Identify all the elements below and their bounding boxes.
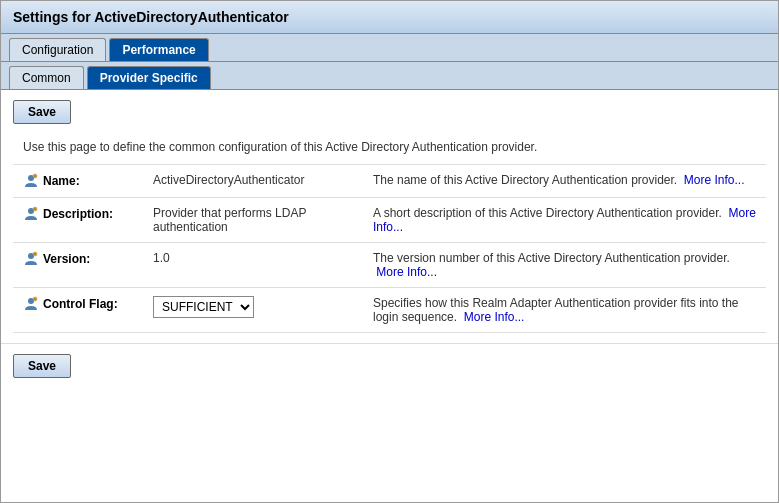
field-value-name: ActiveDirectoryAuthenticator	[143, 165, 363, 198]
tab-provider-specific[interactable]: Provider Specific	[87, 66, 211, 89]
label-name-text: Name:	[43, 174, 80, 188]
fields-table: Name: ActiveDirectoryAuthenticator The n…	[13, 164, 766, 333]
description-icon	[23, 206, 39, 222]
label-version-text: Version:	[43, 252, 90, 266]
field-label-version: Version:	[13, 243, 143, 288]
more-info-control-flag-link[interactable]: More Info...	[464, 310, 525, 324]
control-flag-icon	[23, 296, 39, 312]
more-info-name-link[interactable]: More Info...	[684, 173, 745, 187]
field-desc-description: A short description of this Active Direc…	[363, 198, 766, 243]
tab-configuration[interactable]: Configuration	[9, 38, 106, 61]
page-description: Use this page to define the common confi…	[13, 134, 766, 164]
field-value-description: Provider that performs LDAP authenticati…	[143, 198, 363, 243]
field-label-name: Name:	[13, 165, 143, 198]
table-row: Version: 1.0 The version number of this …	[13, 243, 766, 288]
inner-tab-bar: Common Provider Specific	[1, 62, 778, 90]
label-desc-text: Description:	[43, 207, 113, 221]
page-title: Settings for ActiveDirectoryAuthenticato…	[13, 9, 766, 25]
title-bar: Settings for ActiveDirectoryAuthenticato…	[1, 1, 778, 34]
field-value-control-flag: SUFFICIENT REQUIRED REQUISITE OPTIONAL	[143, 288, 363, 333]
tab-performance[interactable]: Performance	[109, 38, 208, 61]
outer-tab-bar: Configuration Performance	[1, 34, 778, 62]
version-icon	[23, 251, 39, 267]
save-button-top[interactable]: Save	[13, 100, 71, 124]
save-button-bottom[interactable]: Save	[13, 354, 71, 378]
label-control-flag-text: Control Flag:	[43, 297, 118, 311]
table-row: Name: ActiveDirectoryAuthenticator The n…	[13, 165, 766, 198]
name-icon	[23, 173, 39, 189]
table-row: Description: Provider that performs LDAP…	[13, 198, 766, 243]
field-value-version: 1.0	[143, 243, 363, 288]
field-desc-control-flag: Specifies how this Realm Adapter Authent…	[363, 288, 766, 333]
field-desc-name: The name of this Active Directory Authen…	[363, 165, 766, 198]
field-desc-version: The version number of this Active Direct…	[363, 243, 766, 288]
more-info-version-link[interactable]: More Info...	[376, 265, 437, 279]
field-label-control-flag: Control Flag:	[13, 288, 143, 333]
control-flag-select[interactable]: SUFFICIENT REQUIRED REQUISITE OPTIONAL	[153, 296, 254, 318]
main-container: Settings for ActiveDirectoryAuthenticato…	[0, 0, 779, 503]
tab-common[interactable]: Common	[9, 66, 84, 89]
table-row: Control Flag: SUFFICIENT REQUIRED REQUIS…	[13, 288, 766, 333]
content-area: Save Use this page to define the common …	[1, 90, 778, 343]
bottom-save-area: Save	[1, 343, 778, 398]
field-label-description: Description:	[13, 198, 143, 243]
